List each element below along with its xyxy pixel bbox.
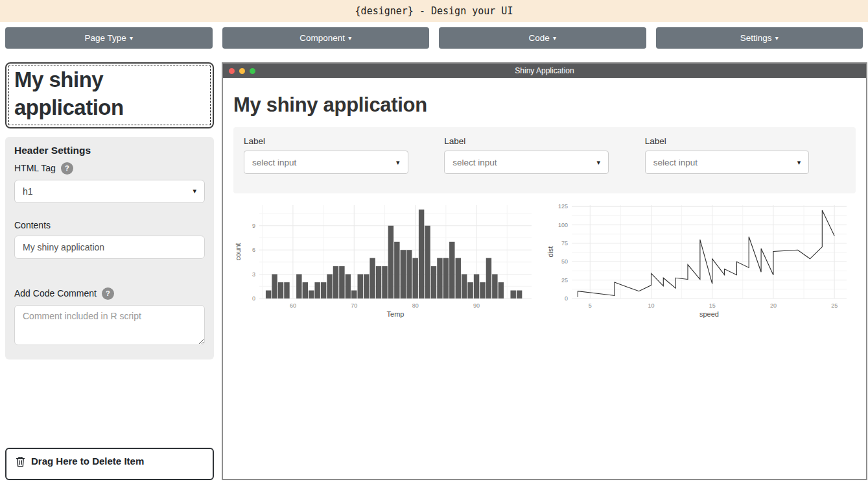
select-input-dropdown[interactable]: select input ▾: [244, 151, 408, 174]
window-traffic-lights: [229, 68, 255, 74]
svg-text:3: 3: [252, 271, 255, 278]
select-input-value: select input: [653, 158, 698, 167]
select-input-column: Label select input ▾: [244, 136, 444, 174]
select-inputs-well: Label select input ▾ Label select input …: [233, 127, 856, 193]
html-tag-label: HTML Tag: [14, 163, 56, 173]
svg-text:50: 50: [561, 258, 568, 265]
svg-text:15: 15: [709, 302, 716, 309]
chevron-down-icon: ▾: [596, 159, 600, 166]
html-tag-select[interactable]: h1 ▾: [14, 180, 205, 203]
chevron-down-icon: ▾: [193, 188, 196, 195]
select-input-value: select input: [452, 158, 497, 167]
page-type-label: Page Type: [85, 33, 126, 43]
header-settings-panel: Header Settings HTML Tag ? h1 ▾ Contents…: [5, 137, 214, 359]
chevron-down-icon: ▾: [130, 35, 133, 42]
plots-row: 607080900369Tempcount 510152025025507510…: [233, 199, 856, 319]
toolbar: Page Type ▾ Component ▾ Code ▾ Settings …: [0, 22, 868, 49]
contents-input[interactable]: [14, 236, 205, 259]
select-input-dropdown[interactable]: select input ▾: [645, 151, 810, 174]
select-input-column: Label select input ▾: [444, 136, 644, 174]
panel-title: Header Settings: [14, 145, 205, 156]
help-icon[interactable]: ?: [102, 287, 114, 300]
svg-text:70: 70: [351, 302, 357, 309]
select-input-value: select input: [252, 158, 296, 167]
select-input-label: Label: [244, 136, 444, 146]
svg-text:count: count: [234, 243, 242, 261]
close-icon: [229, 68, 235, 74]
preview-window-title: Shiny Application: [223, 66, 866, 75]
html-tag-value: h1: [23, 186, 33, 197]
select-input-column: Label select input ▾: [645, 136, 845, 174]
code-comment-textarea[interactable]: [14, 305, 205, 345]
add-code-comment-label: Add Code Comment: [14, 288, 97, 298]
selected-component-preview[interactable]: My shiny application: [5, 62, 214, 128]
app-heading: My shiny application: [233, 93, 856, 117]
select-input-label: Label: [645, 136, 845, 146]
contents-label: Contents: [14, 220, 51, 230]
speed-dist-line-plot: 5101520250255075100125speeddist: [546, 199, 856, 319]
preview-heading-text: My shiny application: [14, 66, 205, 122]
svg-text:20: 20: [770, 302, 777, 309]
svg-text:90: 90: [473, 302, 480, 309]
svg-text:0: 0: [252, 295, 255, 302]
svg-text:0: 0: [565, 295, 568, 302]
preview-window-titlebar: Shiny Application: [223, 64, 866, 78]
svg-text:25: 25: [831, 302, 838, 309]
help-icon[interactable]: ?: [61, 162, 73, 175]
svg-text:25: 25: [561, 277, 568, 284]
maximize-icon: [250, 68, 255, 74]
shiny-app-preview-window: Shiny Application My shiny application L…: [222, 62, 867, 480]
contents-field-label: Contents: [14, 220, 205, 230]
chevron-down-icon: ▾: [553, 35, 556, 42]
draggable-heading-item[interactable]: My shiny application: [8, 66, 211, 125]
code-label: Code: [529, 33, 550, 43]
chevron-down-icon: ▾: [348, 35, 351, 42]
svg-text:speed: speed: [699, 310, 719, 318]
app-title: {designer} - Design your UI: [355, 5, 513, 17]
svg-text:Temp: Temp: [387, 310, 405, 318]
trash-icon: [16, 456, 25, 467]
chevron-down-icon: ▾: [775, 35, 779, 42]
add-code-comment-field-label: Add Code Comment ?: [14, 287, 205, 300]
code-dropdown-button[interactable]: Code ▾: [439, 27, 646, 49]
minimize-icon: [239, 68, 245, 74]
svg-text:60: 60: [290, 302, 296, 309]
svg-text:80: 80: [412, 302, 419, 309]
settings-dropdown-button[interactable]: Settings ▾: [656, 27, 863, 49]
main-layout: My shiny application Header Settings HTM…: [0, 62, 868, 480]
delete-drop-zone[interactable]: Drag Here to Delete Item: [5, 448, 214, 480]
select-input-label: Label: [444, 136, 644, 146]
chevron-down-icon: ▾: [396, 159, 400, 166]
preview-window-content: My shiny application Label select input …: [223, 78, 866, 479]
svg-text:9: 9: [252, 223, 255, 229]
svg-text:10: 10: [648, 302, 654, 309]
delete-drop-zone-label: Drag Here to Delete Item: [31, 456, 144, 467]
page-type-dropdown-button[interactable]: Page Type ▾: [5, 27, 213, 49]
svg-text:100: 100: [558, 222, 568, 228]
svg-text:5: 5: [589, 302, 592, 309]
settings-label: Settings: [740, 33, 772, 43]
svg-text:125: 125: [558, 203, 568, 210]
html-tag-field-label: HTML Tag ?: [14, 162, 205, 175]
component-dropdown-button[interactable]: Component ▾: [222, 27, 430, 49]
svg-text:75: 75: [561, 240, 568, 247]
svg-text:dist: dist: [546, 246, 554, 257]
select-input-dropdown[interactable]: select input ▾: [444, 151, 609, 174]
app-title-bar: {designer} - Design your UI: [0, 0, 868, 22]
sidebar: My shiny application Header Settings HTM…: [5, 62, 214, 480]
temp-histogram-plot: 607080900369Tempcount: [233, 199, 541, 319]
chevron-down-icon: ▾: [797, 159, 801, 166]
svg-text:6: 6: [252, 247, 255, 253]
component-label: Component: [299, 33, 345, 43]
